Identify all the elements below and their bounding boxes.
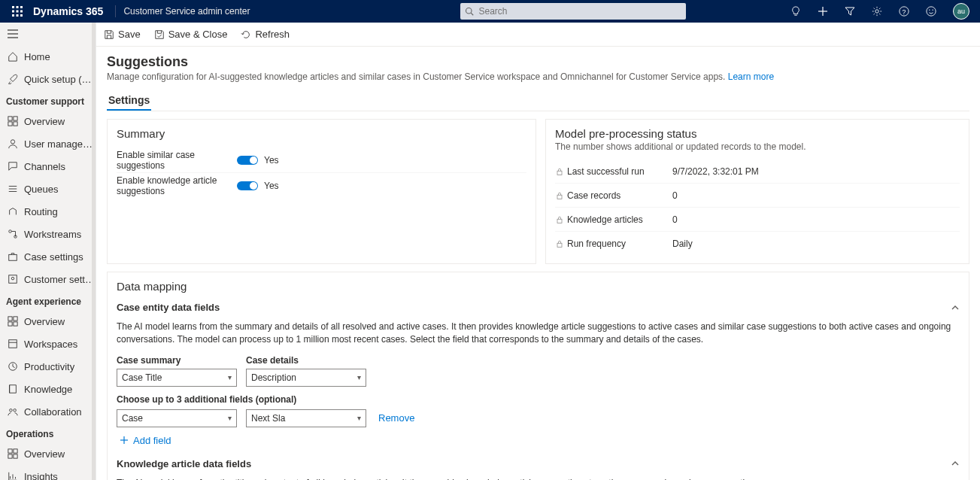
search-icon [465,7,474,16]
svg-rect-34 [9,275,17,284]
status-value: Daily [672,238,693,249]
save-close-button[interactable]: Save & Close [154,29,228,40]
status-label: Run frequency [567,238,672,249]
productivity-icon [8,361,18,372]
search-wrap [460,3,686,20]
svg-rect-3 [12,11,14,13]
sidebar-item-case-settings[interactable]: Case settings [0,245,96,268]
case-summary-select[interactable]: Case Title ▾ [117,369,237,387]
sidebar-item-queues[interactable]: Queues [0,178,96,200]
sidebar-item-routing[interactable]: Routing [0,200,96,223]
svg-rect-25 [8,122,12,126]
svg-point-44 [14,409,17,412]
help-icon[interactable]: ? [899,6,909,17]
svg-rect-40 [9,340,17,348]
brand-label[interactable]: Dynamics 365 [29,5,108,17]
sidebar-item-collaboration[interactable]: Collaboration [0,400,96,423]
learn-more-link[interactable]: Learn more [728,71,774,82]
customer-icon [8,274,18,284]
content: Save Save & Close Refresh Suggestions Ma… [96,23,980,480]
grid-icon [8,448,18,459]
refresh-icon [241,29,251,40]
save-close-icon [154,29,165,40]
plus-icon[interactable] [818,6,828,17]
chevron-down-icon: ▾ [228,373,232,381]
ka-fields-expander[interactable]: Knowledge article data fields [117,457,960,471]
sidebar-item-knowledge[interactable]: Knowledge [0,378,96,400]
smiley-icon[interactable] [926,6,936,17]
toggle-similar-case[interactable] [237,156,258,165]
svg-point-9 [466,8,472,14]
chevron-down-icon: ▾ [228,414,232,422]
svg-point-31 [9,230,12,233]
page-desc-text: Manage configuration for AI-suggested kn… [107,71,728,82]
tab-row: Settings [107,91,969,111]
gear-icon[interactable] [872,6,882,17]
status-value: 9/7/2022, 3:32:01 PM [672,166,759,177]
case-help-text: The AI model learns from the summary and… [117,321,960,346]
svg-text:?: ? [903,8,906,16]
lightbulb-icon[interactable] [790,6,801,17]
global-search[interactable] [460,3,686,20]
additional-field-1-select[interactable]: Case ▾ [117,409,237,427]
sidebar-item-insights[interactable]: Insights [0,465,96,480]
sidebar-item-user-management[interactable]: User management [0,132,96,155]
expander-title: Case entity data fields [117,302,220,313]
sidebar-item-channels[interactable]: Channels [0,155,96,178]
toggle-knowledge[interactable] [237,181,258,190]
app-name: Customer Service admin center [123,6,250,17]
additional-field-2-select[interactable]: Next Sla ▾ [246,409,366,427]
sidebar: Home Quick setup (previ... Customer supp… [0,23,96,480]
lock-icon [555,215,567,224]
hamburger-icon[interactable] [0,23,96,45]
chart-icon [8,471,18,480]
sidebar-item-home[interactable]: Home [0,45,96,68]
refresh-button[interactable]: Refresh [241,29,290,40]
sidebar-item-workstreams[interactable]: Workstreams [0,223,96,245]
status-row: Knowledge articles 0 [555,208,960,232]
svg-rect-56 [557,171,562,175]
sidebar-item-label: Productivity [24,361,74,372]
svg-rect-5 [20,11,23,13]
chevron-up-icon [951,459,960,468]
tab-settings[interactable]: Settings [107,91,151,111]
flow-icon [8,229,18,239]
sidebar-item-productivity[interactable]: Productivity [0,355,96,378]
add-field-button[interactable]: Add field [120,435,960,446]
sidebar-item-label: User management [24,138,96,150]
sidebar-item-label: Overview [24,316,65,327]
save-button[interactable]: Save [104,29,141,40]
save-label: Save [118,29,141,40]
sidebar-item-label: Workstreams [24,229,81,240]
additional-fields-label: Choose up to 3 additional fields (option… [117,394,960,405]
sidebar-item-quick-setup[interactable]: Quick setup (previ... [0,68,96,90]
case-fields-expander[interactable]: Case entity data fields [117,300,960,314]
header-divider [115,5,116,17]
svg-point-17 [927,7,936,16]
svg-rect-46 [14,449,17,453]
people-icon [8,406,18,417]
sidebar-item-workspaces[interactable]: Workspaces [0,333,96,355]
select-value: Next Sla [251,413,285,424]
sidebar-item-customer-settings[interactable]: Customer settings [0,268,96,290]
header-right: ? au [790,3,974,20]
sidebar-item-ops-overview[interactable]: Overview [0,442,96,465]
sidebar-item-label: Collaboration [24,406,82,418]
status-row: Last successful run 9/7/2022, 3:32:01 PM [555,159,960,184]
search-input[interactable] [478,6,681,17]
filter-icon[interactable] [845,6,855,17]
lock-icon [555,167,567,176]
avatar[interactable]: au [953,3,969,20]
toggle-row-knowledge: Enable knowledge article suggestions Yes [117,173,526,199]
sidebar-item-ae-overview[interactable]: Overview [0,310,96,333]
app-launcher-icon[interactable] [6,6,29,17]
remove-field-button[interactable]: Remove [375,409,417,427]
status-row: Run frequency Daily [555,232,960,256]
grid-icon [8,316,18,327]
save-close-label: Save & Close [168,29,228,40]
sidebar-item-overview[interactable]: Overview [0,110,96,132]
svg-rect-39 [14,322,17,326]
case-details-select[interactable]: Description ▾ [246,369,366,387]
svg-rect-58 [557,219,562,223]
svg-rect-47 [8,454,12,458]
